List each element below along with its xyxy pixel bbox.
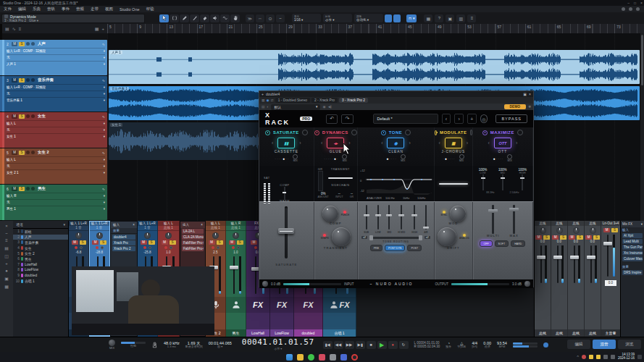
plugin-close-icon[interactable]: ×	[529, 92, 531, 96]
record-arm-button[interactable]	[143, 246, 146, 249]
mixer-strip[interactable]: 总线 MS 0.0 总线	[551, 221, 568, 337]
minimize-button[interactable]: –	[627, 0, 630, 6]
stop-button[interactable]: ■	[367, 341, 376, 349]
channel-name-bar[interactable]: 总线	[585, 329, 601, 337]
user-icon[interactable]	[636, 7, 640, 11]
insert-slot[interactable]: LA-2A L	[182, 229, 204, 234]
module-prev-button[interactable]: ‹	[439, 140, 440, 146]
comp-knob[interactable]	[322, 206, 338, 222]
module-effect-icon[interactable]: OTT	[494, 138, 511, 148]
channel-name-bar[interactable]: LowHall	[246, 329, 269, 337]
track-input-line[interactable]: 输入 L	[7, 122, 16, 125]
mixfx-item[interactable]: Lead Multi	[622, 239, 643, 244]
pan-knob[interactable]	[573, 227, 580, 234]
track-mute-button[interactable]: M	[12, 151, 17, 155]
docs-app-icon[interactable]	[340, 354, 347, 361]
toggle-a-button[interactable]	[385, 14, 392, 22]
main-out-strip[interactable]: Ln-Out 3+4 MS 0.0 主音量	[601, 221, 620, 337]
explorer-icon[interactable]	[297, 354, 304, 361]
routing-button[interactable]: POST	[407, 245, 422, 251]
meter-icon[interactable]: ▣	[4, 276, 9, 281]
track-layer[interactable]: 音乐伴奏 1	[7, 98, 22, 102]
zoom-h-icon[interactable]: ↔	[256, 14, 264, 22]
start-button[interactable]	[286, 354, 293, 361]
strip-input[interactable]: 总线	[551, 221, 567, 226]
track-header[interactable]: 2 M S 人声 ∿ 输入 L+R · COMP · 32频段▾ 无▾ 人声 1…	[2, 40, 107, 75]
channel-fader[interactable]	[537, 256, 545, 259]
bell-icon[interactable]	[629, 7, 632, 11]
track-monitor-button[interactable]	[31, 78, 35, 82]
mute-tool[interactable]	[210, 14, 219, 22]
strip-input[interactable]: 总线	[568, 221, 584, 226]
menu-item[interactable]: 文件	[4, 7, 12, 12]
transient-knob[interactable]	[332, 227, 351, 246]
track-insert-slot[interactable]: 无	[7, 56, 10, 59]
channel-list-row[interactable]: 2 人声	[13, 235, 68, 240]
insert-slot[interactable]: FabFilter Pro-Q 3	[182, 246, 204, 251]
module-mix-knob[interactable]	[351, 130, 357, 135]
track-input-line[interactable]: 输入 L+R · COMP · 32频段	[7, 85, 46, 89]
session-box[interactable]: Dynamics Mode 3 - Xrack Pro 2Glue ▾	[1, 14, 145, 23]
plugin-tab[interactable]: 1 - Doubled Stereo	[275, 98, 310, 103]
module-mix-knob[interactable]	[302, 130, 308, 135]
module-next-button[interactable]: ›	[516, 140, 517, 146]
track-input-line[interactable]: 输入 L+R · COMP · 32频段	[7, 49, 46, 53]
module-small-knob[interactable]	[342, 154, 347, 159]
plugin-tab[interactable]: 2 - Xrack Pro	[311, 98, 338, 103]
routing-button[interactable]: POST DYN	[385, 245, 405, 251]
host-preset-select[interactable]: 默认▾	[271, 104, 320, 110]
grid-icon[interactable]: ▥	[456, 14, 465, 22]
plugin-tab[interactable]: 3 - Xrack Pro 2	[339, 98, 368, 103]
monitor-mix-knob[interactable]	[109, 340, 115, 346]
host-listen-icon[interactable]: ◀)	[328, 105, 332, 109]
channel-list-row[interactable]: 9 doubled	[13, 273, 68, 279]
menu-item[interactable]: 视图	[105, 7, 113, 12]
channel-list-row[interactable]: 4 女生	[13, 245, 68, 251]
track-solo-button[interactable]: S	[19, 151, 25, 155]
favorite-icon[interactable]: ◎	[480, 114, 488, 123]
mute-button[interactable]: M	[92, 240, 99, 245]
monitor-button[interactable]	[217, 246, 219, 249]
close-panel-icon[interactable]: ×	[133, 223, 135, 227]
track-mute-button[interactable]: M	[12, 114, 17, 119]
mute-button[interactable]: M	[141, 240, 147, 245]
track-layer[interactable]: 人声 1	[7, 62, 16, 66]
maximize-fader[interactable]	[513, 205, 515, 234]
mute-button[interactable]: M	[209, 240, 215, 245]
record-arm-button[interactable]	[254, 246, 257, 249]
solo-button[interactable]: S	[217, 240, 223, 245]
track-monitor-button[interactable]	[31, 114, 35, 118]
screenshot-app-icon[interactable]	[330, 354, 336, 361]
strip-input[interactable]: 输入 1 L+R	[69, 221, 88, 226]
track-solo-button[interactable]: S	[19, 42, 25, 46]
split-tool[interactable]	[190, 14, 199, 22]
main-fader[interactable]	[603, 242, 612, 245]
strip-input[interactable]: 输入 R	[226, 221, 246, 226]
clip-mode-button[interactable]: SOFT	[495, 240, 509, 247]
loop-start-time[interactable]: 00004.01.01.00	[417, 341, 439, 345]
volume-tray-icon[interactable]	[611, 355, 615, 359]
module-power-button[interactable]	[482, 130, 488, 135]
mute-button[interactable]: M	[251, 240, 257, 245]
banks-icon[interactable]: ▤	[4, 245, 9, 251]
toolbar-dropdown[interactable]: 量化 1/16 ▾	[292, 14, 321, 22]
return-to-start-button[interactable]: ▮◀	[323, 341, 333, 349]
tray-expand-icon[interactable]: ^	[577, 355, 579, 359]
insert-slot[interactable]: FabFilter Pro-Q 3	[182, 240, 204, 245]
eq-band-slider[interactable]	[377, 205, 379, 230]
plugin-link-icon[interactable]: ⇄	[271, 98, 274, 102]
channel-name-bar[interactable]: 总线	[551, 329, 567, 337]
channel-list-menu-icon[interactable]: ▾	[63, 222, 65, 227]
insert-slot[interactable]: Xrack Pro 2	[112, 246, 135, 251]
track-monitor-button[interactable]	[31, 151, 35, 154]
module-pagination[interactable]: ·····●·	[324, 156, 338, 161]
solo-button[interactable]: S	[80, 240, 86, 245]
module-power-button[interactable]	[265, 130, 270, 135]
mod-knob[interactable]	[450, 206, 466, 222]
track-record-button[interactable]	[26, 42, 30, 46]
mixer-strip[interactable]: 输入 R 总线 1 MS 1.0 FX 男生	[226, 221, 246, 337]
rewind-button[interactable]: ◀◀	[334, 341, 343, 349]
track-layer[interactable]: 男生 1	[7, 207, 16, 211]
menu-item[interactable]: 帮助	[146, 7, 154, 12]
wrench-icon[interactable]: ~	[5, 231, 8, 235]
